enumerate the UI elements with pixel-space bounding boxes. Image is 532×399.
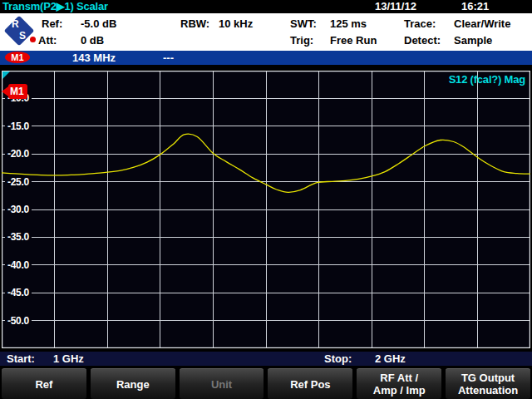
y-axis-label: -35.0 [5,230,32,244]
softkey-ref[interactable]: Ref [2,368,86,399]
softkey-rf-att-line2: Amp / Imp [373,384,426,397]
marker-flag-label: M1 [8,84,27,99]
softkey-unit-label: Unit [211,378,232,391]
time-label: 16:21 [461,0,489,13]
marker-value: --- [163,51,174,65]
rbw-value: 10 kHz [219,17,253,30]
trig-label: Trig: [290,34,313,47]
y-axis-label: -40.0 [5,259,32,272]
measurement-title: Transm(P2▶1) Scalar [2,0,108,13]
chart-area: S12 (fcal?) Mag -10.0-15.0-20.0-25.0-30.… [2,71,530,348]
y-axis-label: -45.0 [5,286,32,299]
detect-value: Sample [454,34,492,47]
softkey-ref-pos-label: Ref Pos [290,378,330,391]
settings-panel: R S Ref: -5.0 dB RBW: 10 kHz SWT: 125 ms… [0,13,532,51]
sweep-corner-icon [2,71,10,79]
trace-mode-label: Trace: [404,17,436,30]
marker-m1-flag: M1 [2,83,27,100]
y-axis-label: -15.0 [5,120,32,133]
trace-mode-value: Clear/Write [454,17,510,30]
trig-value: Free Run [330,34,377,47]
softkey-range-label: Range [116,378,150,391]
att-label: Att: [38,34,57,47]
stop-label: Stop: [324,352,352,366]
trace-annotation: S12 (fcal?) Mag [449,73,525,86]
marker-bar: M1 143 MHz --- [0,51,532,65]
y-axis-label: -50.0 [5,314,32,328]
softkey-rf-att-amp-imp[interactable]: RF Att / Amp / Imp [357,368,441,399]
swt-label: SWT: [290,17,317,30]
softkey-unit[interactable]: Unit [180,368,264,399]
softkey-row: Ref Range Unit Ref Pos RF Att / Amp / Im… [0,368,532,399]
start-value: 1 GHz [53,352,84,366]
start-label: Start: [7,352,35,366]
freq-range-bar: Start: 1 GHz Stop: 2 GHz [0,352,532,366]
rs-logo-icon: R S [4,16,34,46]
y-axis-label: -30.0 [5,203,32,216]
softkey-ref-pos[interactable]: Ref Pos [268,368,352,399]
instrument-screen: Transm(P2▶1) Scalar 13/11/12 16:21 R S R… [0,0,532,399]
status-dot-icon [30,37,36,42]
softkey-tg-output-line2: Attenuation [458,384,518,397]
marker-arrow-icon [2,86,8,96]
ref-label: Ref: [42,17,62,30]
swt-value: 125 ms [330,17,367,30]
ref-value: -5.0 dB [81,17,116,30]
softkey-range[interactable]: Range [91,368,175,399]
header-bar: Transm(P2▶1) Scalar 13/11/12 16:21 [0,0,532,13]
grid-lines [2,71,530,348]
chart-plot [2,71,530,348]
marker-m1-badge: M1 [5,52,30,63]
detect-label: Detect: [404,34,441,47]
logo-letter-s: S [19,30,26,42]
y-axis-label: -20.0 [5,147,32,160]
logo-letter-r: R [12,18,19,31]
att-value: 0 dB [81,34,104,47]
marker-frequency: 143 MHz [72,51,116,65]
softkey-tg-output-attenuation[interactable]: TG Output Attenuation [446,368,530,399]
y-axis-label: -25.0 [5,175,32,189]
softkey-rf-att-line1: RF Att / [380,372,418,384]
softkey-ref-label: Ref [35,378,52,391]
date-label: 13/11/12 [375,0,416,13]
rbw-label: RBW: [180,17,209,30]
softkey-tg-output-line1: TG Output [461,372,515,384]
stop-value: 2 GHz [375,352,406,366]
